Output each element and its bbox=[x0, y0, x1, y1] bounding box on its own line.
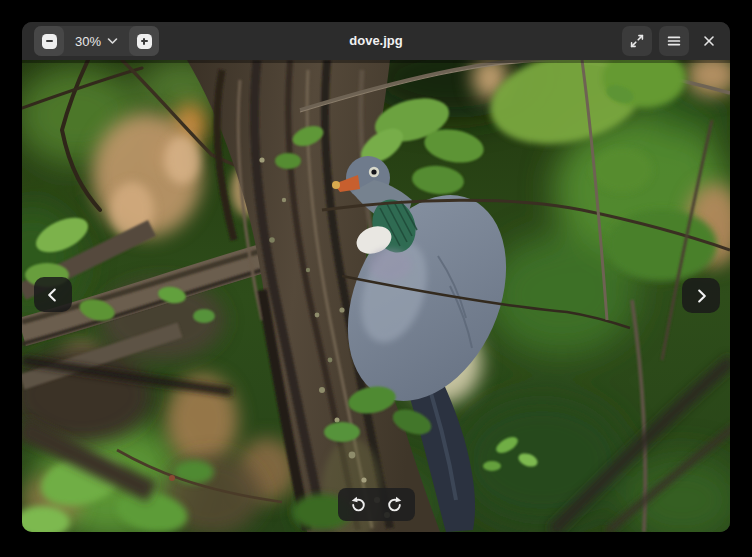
minus-icon bbox=[42, 34, 57, 49]
zoom-controls: 30% bbox=[34, 26, 159, 56]
rotate-toolbar bbox=[338, 488, 415, 521]
expand-arrows-icon bbox=[629, 33, 645, 49]
chevron-down-icon bbox=[107, 37, 118, 45]
rotate-ccw-icon bbox=[350, 496, 367, 513]
desktop-background: { "window": { "title": "dove.jpg", "titl… bbox=[0, 0, 752, 557]
chevron-left-icon bbox=[45, 287, 61, 303]
hamburger-icon bbox=[666, 33, 682, 49]
previous-image-button[interactable] bbox=[34, 277, 72, 312]
chevron-right-icon bbox=[693, 288, 709, 304]
titlebar-right-controls bbox=[622, 26, 722, 56]
menu-button[interactable] bbox=[659, 26, 689, 56]
next-image-button[interactable] bbox=[682, 278, 720, 313]
photo-viewport bbox=[22, 60, 730, 532]
zoom-level-label: 30% bbox=[75, 34, 101, 49]
close-button[interactable] bbox=[696, 26, 722, 56]
fullscreen-button[interactable] bbox=[622, 26, 652, 56]
plus-icon bbox=[137, 34, 152, 49]
image-viewer-window: 30% dove.jpg bbox=[22, 22, 730, 532]
rotate-cw-icon bbox=[386, 496, 403, 513]
zoom-level-dropdown[interactable]: 30% bbox=[64, 26, 129, 56]
rotate-left-button[interactable] bbox=[344, 491, 374, 519]
zoom-out-button[interactable] bbox=[34, 26, 64, 56]
rotate-right-button[interactable] bbox=[380, 491, 410, 519]
zoom-in-button[interactable] bbox=[129, 26, 159, 56]
photo-dove bbox=[22, 60, 730, 532]
titlebar[interactable]: 30% dove.jpg bbox=[22, 22, 730, 60]
close-icon bbox=[703, 35, 715, 47]
